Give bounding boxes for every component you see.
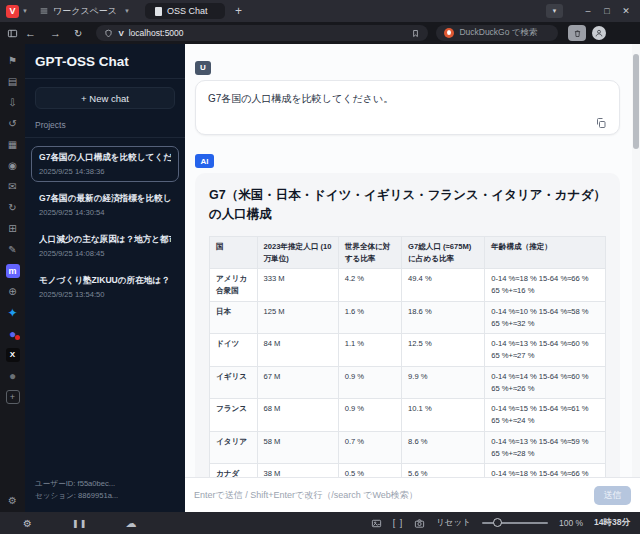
- notes-icon[interactable]: ✎: [6, 243, 20, 257]
- bookmark-icon[interactable]: ⚑: [6, 54, 20, 68]
- table-cell: 0-14 %≈10 % 15-64 %≈58 % 65 %+≈32 %: [485, 301, 606, 334]
- app-title: GPT-OSS Chat: [25, 44, 185, 79]
- settings-gear-icon[interactable]: ⚙: [23, 518, 32, 529]
- panel-settings-gear-icon[interactable]: ⚙: [8, 495, 17, 506]
- trash-icon: [573, 29, 582, 38]
- g7-population-table: 国2023年推定人口 (10万単位)世界全体に対する比率G7総人口 (≈675M…: [209, 236, 606, 477]
- downloads-icon[interactable]: ⇩: [6, 96, 20, 110]
- table-cell: 0.5 %: [338, 464, 401, 477]
- x-icon[interactable]: X: [6, 348, 20, 362]
- table-row: フランス68 M0.9 %10.1 %0-14 %≈15 % 15-64 %≈6…: [210, 399, 606, 432]
- page-scrollbar[interactable]: [632, 44, 640, 512]
- new-tab-button[interactable]: +: [235, 4, 242, 18]
- table-row: イギリス67 M0.9 %9.9 %0-14 %≈14 % 15-64 %≈60…: [210, 366, 606, 399]
- table-cell: 0-14 %≈14 % 15-64 %≈60 % 65 %+≈26 %: [485, 366, 606, 399]
- table-cell: 0-14 %≈15 % 15-64 %≈61 % 65 %+≈24 %: [485, 399, 606, 432]
- table-cell: カナダ: [210, 464, 258, 477]
- calculator-icon[interactable]: ⊞: [6, 222, 20, 236]
- chat-list: G7各国の人口構成を比較してくださ...2025/9/25 14:38:36G7…: [25, 138, 185, 470]
- maximize-button[interactable]: □: [599, 3, 615, 19]
- chat-history-item[interactable]: 人口減少の主な原因は？地方と都市...2025/9/25 14:08:45: [31, 228, 179, 264]
- back-button[interactable]: ←: [25, 27, 36, 39]
- browser-tab[interactable]: OSS Chat: [145, 3, 225, 19]
- tab-dropdown-icon[interactable]: ▼: [546, 4, 563, 18]
- discord-icon[interactable]: ●: [6, 327, 20, 341]
- browser-window: V ▼ ワークスペース ▼ OSS Chat + ▼ – □ ✕ ← → ↻ V…: [0, 0, 640, 534]
- image-toggle-icon[interactable]: [371, 518, 382, 529]
- table-cell: 58 M: [257, 431, 338, 464]
- user-message-card: G7各国の人口構成を比較してください。: [195, 80, 620, 135]
- send-button[interactable]: 送信: [594, 486, 631, 505]
- chat-input[interactable]: [194, 490, 594, 500]
- copy-button[interactable]: [595, 115, 607, 127]
- workspace-selector[interactable]: ワークスペース ▼: [39, 5, 133, 18]
- table-cell: アメリカ合衆国: [210, 269, 258, 302]
- add-web-panel-icon[interactable]: +: [6, 390, 20, 404]
- close-button[interactable]: ✕: [618, 3, 634, 19]
- chat-item-timestamp: 2025/9/25 14:30:54: [39, 208, 171, 217]
- bluesky-icon[interactable]: ✦: [6, 306, 20, 320]
- zoom-reset-button[interactable]: リセット: [436, 517, 471, 529]
- table-cell: 0-14 %≈18 % 15-64 %≈66 % 65 %+≈16 %: [485, 464, 606, 477]
- status-bar: ⚙ ❚❚ ☁ [ ] リセット 100 % 14時38分: [0, 512, 640, 534]
- zoom-slider[interactable]: [482, 522, 548, 524]
- chat-item-title: モノづくり塾ZIKUUの所在地は？ **...: [39, 275, 171, 287]
- web-panel-icon[interactable]: ●: [6, 369, 20, 383]
- minimize-button[interactable]: –: [580, 3, 596, 19]
- panel-icon-bar: ⚑▤⇩↺▦◉✉↻⊞✎m⊕✦●X●+⚙: [0, 44, 25, 512]
- capture-icon[interactable]: [414, 518, 425, 529]
- sync-icon[interactable]: ↻: [6, 201, 20, 215]
- chat-history-item[interactable]: モノづくり塾ZIKUUの所在地は？ **...2025/9/25 13:54:5…: [31, 269, 179, 305]
- table-cell: 1.6 %: [338, 301, 401, 334]
- url-text: localhost:5000: [129, 28, 184, 38]
- mastodon-icon[interactable]: m: [6, 264, 20, 278]
- search-placeholder: DuckDuckGo で検索: [459, 27, 537, 39]
- reading-list-icon[interactable]: ▤: [6, 75, 20, 89]
- globe-icon[interactable]: ⊕: [6, 285, 20, 299]
- chat-history-item[interactable]: G7各国の最新の経済指標を比較して...2025/9/25 14:30:54: [31, 187, 179, 223]
- panel-toggle-icon[interactable]: [7, 28, 18, 39]
- chat-item-timestamp: 2025/9/25 14:38:36: [39, 167, 171, 176]
- mail-icon[interactable]: ✉: [6, 180, 20, 194]
- table-cell: 0-14 %≈13 % 15-64 %≈60 % 65 %+≈27 %: [485, 334, 606, 367]
- profile-button[interactable]: [592, 26, 606, 40]
- address-bar[interactable]: V localhost:5000: [96, 25, 428, 41]
- search-field[interactable]: DuckDuckGo で検索: [436, 25, 558, 41]
- sync-pause-icon[interactable]: ❚❚: [72, 519, 87, 528]
- session-id-text: セッション: 8869951a...: [35, 490, 175, 502]
- forward-button[interactable]: →: [50, 27, 61, 39]
- trash-button[interactable]: [568, 25, 586, 41]
- table-row: カナダ38 M0.5 %5.6 %0-14 %≈18 % 15-64 %≈66 …: [210, 464, 606, 477]
- zoom-slider-knob[interactable]: [493, 518, 502, 527]
- contacts-icon[interactable]: ◉: [6, 159, 20, 173]
- workspace-label: ワークスペース: [53, 5, 117, 18]
- calendar-icon[interactable]: ▦: [6, 138, 20, 152]
- bookmark-flag-icon[interactable]: [411, 29, 420, 38]
- new-chat-button[interactable]: + New chat: [35, 87, 175, 109]
- reload-button[interactable]: ↻: [74, 28, 82, 39]
- chat-main: U G7各国の人口構成を比較してください。 AI G7（米国・日本・ドイツ・イギ…: [185, 44, 640, 512]
- site-badge-icon: V: [118, 29, 123, 38]
- table-row: イタリア58 M0.7 %8.6 %0-14 %≈13 % 15-64 %≈59…: [210, 431, 606, 464]
- vivaldi-menu-caret-icon[interactable]: ▼: [22, 8, 28, 14]
- chat-history-item[interactable]: G7各国の人口構成を比較してくださ...2025/9/25 14:38:36: [31, 146, 179, 182]
- sync-cloud-icon[interactable]: ☁: [125, 517, 136, 530]
- table-row: ドイツ84 M1.1 %12.5 %0-14 %≈13 % 15-64 %≈60…: [210, 334, 606, 367]
- user-message-text: G7各国の人口構成を比較してください。: [208, 92, 607, 106]
- table-cell: 5.6 %: [402, 464, 485, 477]
- history-icon[interactable]: ↺: [6, 117, 20, 131]
- table-cell: 333 M: [257, 269, 338, 302]
- g7-table-body: アメリカ合衆国333 M4.2 %49.4 %0-14 %≈18 % 15-64…: [210, 269, 606, 477]
- projects-label[interactable]: Projects: [25, 111, 185, 138]
- user-badge: U: [195, 61, 211, 75]
- scrollbar-thumb[interactable]: [633, 54, 639, 149]
- vivaldi-logo-icon[interactable]: V: [6, 5, 19, 18]
- chat-item-timestamp: 2025/9/25 13:54:50: [39, 290, 171, 299]
- page-tiling-icon[interactable]: [ ]: [393, 518, 404, 528]
- table-row: アメリカ合衆国333 M4.2 %49.4 %0-14 %≈18 % 15-64…: [210, 269, 606, 302]
- table-cell: 84 M: [257, 334, 338, 367]
- table-cell: イギリス: [210, 366, 258, 399]
- table-cell: 0.9 %: [338, 366, 401, 399]
- session-footer: ユーザーID: f55a0bec... セッション: 8869951a...: [25, 470, 185, 512]
- table-header-cell: 国: [210, 236, 258, 269]
